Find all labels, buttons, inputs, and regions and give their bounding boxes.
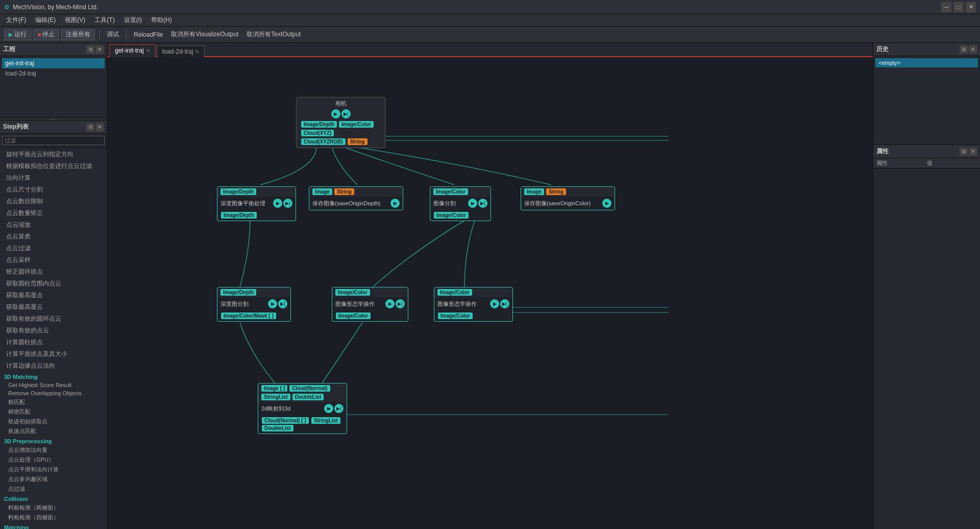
tag-string-in-color: String: [546, 188, 566, 195]
node-map-body: 2d映射到3d ▶ ▶|: [258, 402, 347, 415]
step-item[interactable]: 矫正圆环抓点: [1, 266, 106, 278]
step-sub-speed-match[interactable]: 执速点匹配: [1, 426, 106, 436]
step-sub-roi[interactable]: 点云多兴趣区域: [1, 474, 106, 484]
step-sub-collision-4side[interactable]: 料检检测（四侧面）: [1, 513, 106, 522]
step-item[interactable]: 获取有效的点云: [1, 325, 106, 336]
step-item[interactable]: 计算边缘点云法向: [1, 360, 106, 372]
process-close-button[interactable]: ✕: [95, 45, 104, 54]
cancel-visualize-button[interactable]: 取消所有VisualizeOutput: [168, 29, 241, 40]
step-item[interactable]: 获取圆柱范围内点云: [1, 278, 106, 290]
step-item[interactable]: 点云采样: [1, 254, 106, 266]
step-close-button[interactable]: ✕: [95, 123, 104, 131]
menu-edit[interactable]: 编辑(E): [31, 15, 60, 26]
step-sub-highest-score[interactable]: Get Highest Score Result: [1, 381, 106, 389]
step-item[interactable]: 旋转平面点云到指定方向: [1, 149, 106, 160]
attrs-close-button[interactable]: ✕: [969, 148, 977, 156]
step-panel-header: Step列表 ⧉ ✕: [0, 121, 107, 134]
step-sub-filter-pts[interactable]: 点过滤: [1, 484, 106, 494]
save-color-play[interactable]: ▶: [602, 199, 611, 208]
cancel-text-button[interactable]: 取消所有TextOutput: [243, 29, 304, 40]
step-item[interactable]: 根据模板拟合位姿进行点云过滤: [1, 160, 106, 172]
step-sub-add-normal[interactable]: 点云增加法向量: [1, 445, 106, 455]
history-close-button[interactable]: ✕: [969, 45, 977, 54]
map-step[interactable]: ▶|: [334, 404, 344, 413]
step-item[interactable]: 获取有效的圆环点云: [1, 313, 106, 325]
menu-tools[interactable]: 工具(T): [90, 15, 118, 26]
morph1-play[interactable]: ▶: [385, 299, 395, 308]
proc-item-load-2d-traj[interactable]: load-2d-traj: [2, 68, 105, 79]
left-panel: 工程 ⧉ ✕ get-init-traj load-2d-traj • • • …: [0, 43, 107, 529]
step-item[interactable]: 点云数量矫正: [1, 207, 106, 219]
step-filter-input[interactable]: [2, 136, 105, 145]
history-panel: 历史 ⧉ ✕ <empty>: [873, 43, 980, 145]
step-category-3d-matching: 3D Matching: [1, 372, 106, 381]
step-item[interactable]: 计算平面抓点及其大小: [1, 348, 106, 360]
step-item[interactable]: 点云数目限制: [1, 196, 106, 207]
step-sub-collision-2side[interactable]: 料检检测（两侧面）: [1, 503, 106, 513]
map-play[interactable]: ▶: [324, 404, 333, 413]
tab-edit-icon: ✎: [146, 48, 150, 54]
morph2-play[interactable]: ▶: [490, 299, 499, 308]
map-output-dbllist: DoubleList: [262, 425, 293, 431]
node-depth-balance-buttons: ▶ ▶|: [273, 199, 292, 208]
depth-balance-play[interactable]: ▶: [273, 199, 282, 208]
camera-play-button[interactable]: ▶: [331, 109, 340, 118]
tag-image-depth-seg-in: Image/Depth: [220, 289, 256, 296]
attrs-col-headers: 属性 值: [873, 158, 980, 169]
attrs-copy-button[interactable]: ⧉: [960, 148, 968, 156]
debug-button[interactable]: 调试: [104, 29, 122, 40]
step-sub-traj-init[interactable]: 轨迹初始抓取点: [1, 417, 106, 426]
morph1-step[interactable]: ▶|: [396, 299, 405, 308]
morph2-step[interactable]: ▶|: [500, 299, 509, 308]
step-item[interactable]: 获取最高显云: [1, 301, 106, 313]
depth-balance-step[interactable]: ▶|: [283, 199, 292, 208]
run-button[interactable]: ▶ 运行: [4, 29, 31, 40]
image-segment-step[interactable]: ▶|: [478, 199, 487, 208]
step-item[interactable]: 点云缩放: [1, 219, 106, 231]
save-depth-play[interactable]: ▶: [390, 199, 400, 208]
minimize-button[interactable]: ─: [941, 2, 951, 12]
step-sub-smooth-normal[interactable]: 点云平滑和法向计算: [1, 465, 106, 474]
title-bar-controls[interactable]: ─ □ ✕: [941, 2, 976, 12]
node-save-origin-depth: Image String 保存图像(saveOriginDepth) ▶: [309, 186, 403, 210]
process-copy-button[interactable]: ⧉: [86, 45, 94, 54]
node-save-color-header: Image String: [521, 187, 615, 197]
step-item[interactable]: 点云算类: [1, 231, 106, 243]
menu-settings[interactable]: 设置(I): [120, 15, 146, 26]
menu-file[interactable]: 文件(F): [2, 15, 30, 26]
step-item[interactable]: 点云尺寸分割: [1, 184, 106, 196]
proc-item-get-init-traj[interactable]: get-init-traj: [2, 58, 105, 68]
app-icon: ⚙: [4, 4, 10, 11]
camera-buttons: ▶ ▶|: [301, 109, 381, 118]
step-sub-rough-match[interactable]: 粗匹配: [1, 397, 106, 407]
step-panel-buttons: ⧉ ✕: [86, 123, 104, 131]
history-copy-button[interactable]: ⧉: [960, 45, 968, 54]
camera-step-button[interactable]: ▶|: [341, 109, 351, 118]
depth-segment-step[interactable]: ▶|: [278, 299, 287, 308]
step-copy-button[interactable]: ⧉: [86, 123, 94, 131]
tab-load-2d-traj-label: load-2d-traj: [162, 48, 193, 55]
step-sub-remove-overlap[interactable]: Remove Overlapping Objects: [1, 389, 106, 397]
step-sub-fine-match[interactable]: 精密匹配: [1, 407, 106, 417]
tab-load-2d-traj[interactable]: load-2d-traj ✎: [157, 45, 205, 57]
output-image-color: Image/Color: [339, 121, 374, 128]
image-segment-play[interactable]: ▶: [468, 199, 477, 208]
reload-file-button[interactable]: ReloadFile: [131, 30, 166, 39]
canvas-area[interactable]: 相机 ▶ ▶| Image/Depth Image/Color Cloud(XY…: [107, 57, 873, 529]
tab-get-init-traj[interactable]: get-init-traj ✎: [109, 44, 156, 57]
menu-help[interactable]: 帮助(H): [147, 15, 176, 26]
step-item[interactable]: 点云过滤: [1, 243, 106, 254]
node-save-depth-buttons: ▶: [390, 199, 400, 208]
menu-view[interactable]: 视图(V): [61, 15, 89, 26]
step-sub-gpu-process[interactable]: 点云处理（GPU）: [1, 455, 106, 465]
node-morph1-header: Image/Color: [332, 287, 408, 297]
step-item[interactable]: 获取最高显点: [1, 290, 106, 301]
maximize-button[interactable]: □: [953, 2, 964, 12]
step-item[interactable]: 法向计算: [1, 172, 106, 184]
depth-segment-play[interactable]: ▶: [268, 299, 277, 308]
register-all-button[interactable]: 注册所有: [61, 29, 95, 40]
stop-button[interactable]: ■ 停止: [33, 29, 59, 40]
history-title: 历史: [876, 45, 889, 54]
step-item[interactable]: 计算圆柱抓点: [1, 336, 106, 348]
close-button[interactable]: ✕: [966, 2, 976, 12]
